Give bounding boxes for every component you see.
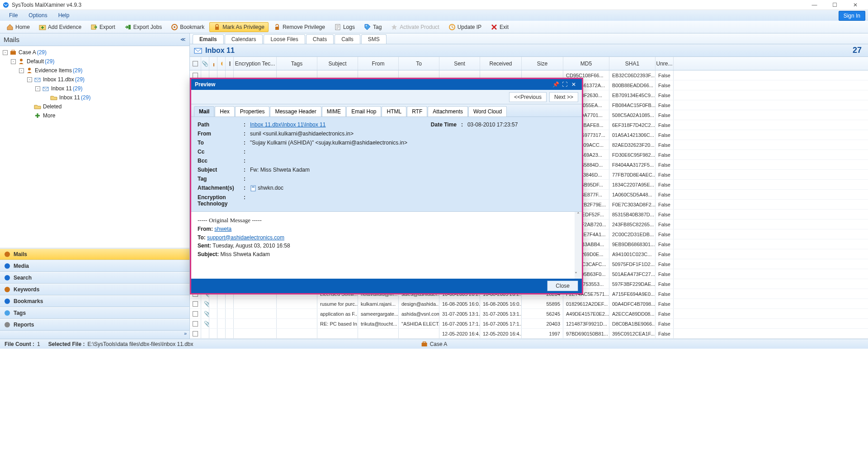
remove-privilege-button[interactable]: Remove Privilege <box>269 22 329 32</box>
cert-col-icon[interactable] <box>226 57 234 70</box>
body-from-link[interactable]: shweta <box>214 226 231 232</box>
tree-item[interactable]: -Inbox 11 (29) <box>35 85 189 92</box>
close-button[interactable]: Close <box>547 280 578 291</box>
meta-path-link[interactable]: Inbox 11.dbx\Inbox 11\Inbox 11 <box>250 121 326 128</box>
home-button[interactable]: Home <box>2 22 34 32</box>
preview-body[interactable]: ----- Original Message ----- From: shwet… <box>191 212 582 279</box>
tree-toggle-icon[interactable]: - <box>35 86 40 91</box>
col-to[interactable]: To <box>399 57 439 70</box>
tree-item[interactable]: Inbox 11 (29) <box>43 94 189 101</box>
tag-button[interactable]: Tag <box>360 22 386 32</box>
preview-tab-email-hop[interactable]: Email Hop <box>346 106 381 117</box>
attach-col-icon[interactable]: 📎 <box>201 57 209 70</box>
tree-item[interactable]: -Evidence Items (29) <box>19 67 189 74</box>
nav-reports[interactable]: Reports <box>0 319 189 331</box>
tab-emails[interactable]: Emails <box>193 34 224 44</box>
table-row[interactable]: 📎application as F...sameergargate...ashi… <box>190 309 868 319</box>
tree-item[interactable]: -Case A (29) <box>3 49 189 56</box>
table-row[interactable]: 📎rusume for purc...kulkarni.rajani...des… <box>190 299 868 309</box>
body-to-link[interactable]: support@ashidaelectronics.com <box>207 234 284 241</box>
close-window-button[interactable]: ✕ <box>845 0 865 9</box>
col-from[interactable]: From <box>358 57 399 70</box>
preview-tab-attachments[interactable]: Attachments <box>428 106 468 117</box>
sign-in-button[interactable]: Sign In <box>839 11 865 21</box>
row-checkbox[interactable] <box>193 331 198 336</box>
menu-help[interactable]: Help <box>53 12 75 19</box>
tree-item[interactable]: -Default (29) <box>11 58 189 65</box>
preview-tab-mime[interactable]: MIME <box>322 106 346 117</box>
preview-tab-html[interactable]: HTML <box>382 106 406 117</box>
tree-toggle-icon[interactable]: - <box>27 77 32 82</box>
nav-expand-icon[interactable]: » <box>0 331 189 339</box>
tree-toggle-icon[interactable]: - <box>3 50 8 55</box>
minimize-button[interactable]: — <box>804 0 825 9</box>
cell-sha1: 1834C2207A95E... <box>609 180 656 189</box>
preview-tab-hex[interactable]: Hex <box>215 106 234 117</box>
preview-expand-icon[interactable]: ⛶ <box>560 81 569 88</box>
export-button[interactable]: Export <box>86 22 119 32</box>
preview-tab-rtf[interactable]: RTF <box>407 106 427 117</box>
tree-toggle-icon[interactable]: - <box>19 68 24 73</box>
col-received[interactable]: Received <box>480 57 522 70</box>
collapse-left-icon[interactable]: ≪ <box>180 37 186 42</box>
update-ip-button[interactable]: Update IP <box>444 22 486 32</box>
lock-col-icon[interactable] <box>209 57 217 70</box>
tab-loose-files[interactable]: Loose Files <box>264 34 305 44</box>
tab-sms[interactable]: SMS <box>361 34 387 44</box>
table-row[interactable]: 12-05-2020 16:4...12-05-2020 16:4...1997… <box>190 329 868 339</box>
status-filecount: 1 <box>37 341 40 347</box>
preview-close-icon[interactable]: ✕ <box>569 81 578 88</box>
meta-attachment[interactable]: shwkn.doc <box>258 185 283 191</box>
table-row[interactable]: 📎RE: PC based In...trikuta@toucht..."ASH… <box>190 319 868 329</box>
tree-item[interactable]: -Inbox 11.dbx (29) <box>27 76 189 83</box>
menu-file[interactable]: File <box>4 12 23 19</box>
maximize-button[interactable]: ☐ <box>825 0 845 9</box>
col-subject[interactable]: Subject <box>317 57 358 70</box>
star-col-icon[interactable] <box>217 57 226 70</box>
menu-options[interactable]: Options <box>23 12 52 19</box>
row-checkbox[interactable] <box>193 311 198 317</box>
add-evidence-button[interactable]: Add Evidence <box>35 22 85 32</box>
row-checkbox[interactable] <box>193 301 198 307</box>
preview-tab-mail[interactable]: Mail <box>194 106 214 117</box>
preview-tab-properties[interactable]: Properties <box>235 106 270 117</box>
tree-toggle-icon[interactable]: - <box>11 59 16 64</box>
col-encryption[interactable]: Encryption Tec... <box>234 57 277 70</box>
nav-tags[interactable]: Tags <box>0 307 189 319</box>
activate-product-button[interactable]: Activate Product <box>387 22 443 32</box>
col-tags[interactable]: Tags <box>277 57 317 70</box>
col-sha1[interactable]: SHA1 <box>609 57 656 70</box>
exit-button[interactable]: Exit <box>486 22 513 32</box>
cell-sha1: FD30E6C95F982... <box>609 150 656 159</box>
preview-meta: Path:Inbox 11.dbx\Inbox 11\Inbox 11 Date… <box>191 117 582 212</box>
export-jobs-button[interactable]: Export Jobs <box>120 22 166 32</box>
select-all-checkbox[interactable] <box>193 61 198 66</box>
col-md5[interactable]: MD5 <box>563 57 609 70</box>
tab-calls[interactable]: Calls <box>335 34 360 44</box>
tab-calendars[interactable]: Calendars <box>225 34 263 44</box>
logs-button[interactable]: Logs <box>330 22 359 32</box>
mark-privilege-button[interactable]: Mark As Privilege <box>209 22 269 32</box>
row-checkbox[interactable] <box>193 73 198 78</box>
col-sent[interactable]: Sent <box>439 57 480 70</box>
preview-scrollbar[interactable]: ˄˅ <box>575 212 582 279</box>
bookmark-button[interactable]: Bookmark <box>167 22 208 32</box>
next-button[interactable]: Next >> <box>549 92 578 102</box>
nav-keywords[interactable]: Keywords <box>0 284 189 295</box>
window-title: SysTools MailXaminer v4.9.3 <box>12 2 804 8</box>
nav-media[interactable]: Media <box>0 260 189 272</box>
col-unread[interactable]: Unre... <box>656 57 674 70</box>
previous-button[interactable]: <<Previous <box>509 92 547 102</box>
tree-item[interactable]: More <box>27 112 189 119</box>
tree-item[interactable]: Deleted <box>27 103 189 110</box>
col-size[interactable]: Size <box>522 57 563 70</box>
preview-tab-word-cloud[interactable]: Word Cloud <box>468 106 507 117</box>
nav-search[interactable]: Search <box>0 272 189 284</box>
row-checkbox[interactable] <box>193 321 198 327</box>
attachment-doc-icon[interactable] <box>250 185 256 191</box>
preview-tab-message-header[interactable]: Message Header <box>270 106 321 117</box>
tab-chats[interactable]: Chats <box>306 34 334 44</box>
nav-mails[interactable]: Mails <box>0 248 189 260</box>
nav-bookmarks[interactable]: Bookmarks <box>0 295 189 307</box>
preview-pin-icon[interactable]: 📌 <box>551 81 560 88</box>
